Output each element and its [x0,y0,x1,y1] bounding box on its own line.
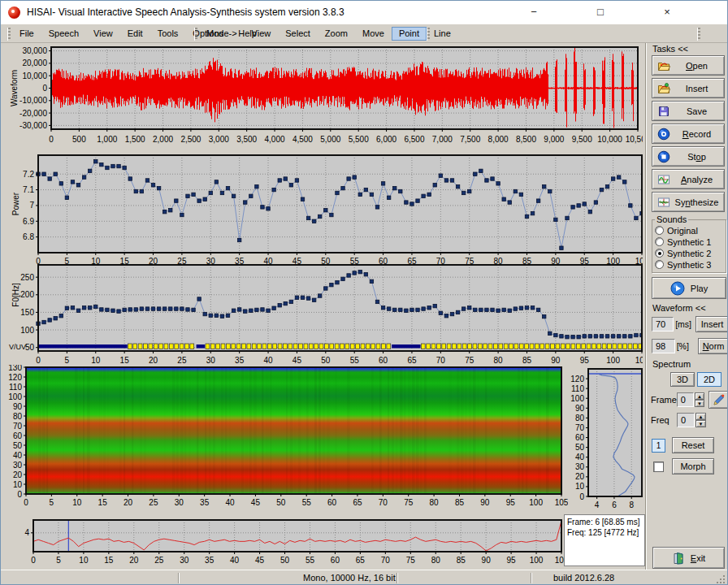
svg-text:30: 30 [206,356,216,365]
synthesize-button[interactable]: Synthesize [652,192,725,212]
play-button[interactable]: Play [652,277,726,299]
synthesize-icon [657,196,670,209]
svg-text:80: 80 [575,414,585,422]
mode-move[interactable]: Move [355,27,392,41]
radio-original[interactable]: Original [655,225,724,236]
svg-text:60: 60 [575,433,585,442]
spectrum-2d-button[interactable]: 2D [697,372,722,387]
svg-text:30: 30 [13,461,23,470]
svg-text:50: 50 [321,356,331,365]
svg-text:55: 55 [302,498,312,507]
stop-button[interactable]: Stop [652,146,725,167]
mode-menu[interactable]: Mode-> [199,27,245,41]
waveform-insert-button[interactable]: Insert [696,316,728,332]
svg-text:40: 40 [230,556,240,565]
svg-text:10: 10 [13,480,23,489]
toolbar: File Speech View Edit Tools Options Help… [1,24,727,43]
menu-speech[interactable]: Speech [41,27,86,41]
spin-up-icon[interactable]: ▲ [695,392,704,400]
svg-text:2,500: 2,500 [180,135,201,144]
spectrum-header: Spectrum [652,359,728,369]
radio-original-label: Original [667,226,698,236]
exit-button[interactable]: Exit [652,547,725,569]
svg-text:60: 60 [379,356,388,365]
svg-text:150: 150 [20,308,34,317]
power-plot[interactable]: 0510152025303540455055606570758085909510… [7,152,643,264]
menu-view[interactable]: View [86,27,120,41]
svg-text:25: 25 [149,498,158,507]
mode-select[interactable]: Select [278,27,318,41]
record-button[interactable]: Record [652,124,725,144]
svg-text:100: 100 [606,356,620,365]
spectrum-profile-plot[interactable]: 4680102030405060708090100110120 [566,365,648,513]
radio-synthetic-3[interactable]: Synthetic 3 [655,259,724,270]
app-icon [8,6,20,19]
toolbar-gripper[interactable] [427,28,430,41]
analyze-label: Analyze [673,175,721,184]
frame-spin-input[interactable]: 0 [677,392,694,407]
svg-text:20: 20 [13,470,23,479]
svg-text:5: 5 [56,556,61,565]
analyze-icon [657,173,670,186]
f0-vuv-plot[interactable]: 0510152025303540455055606570758085909510… [7,262,643,365]
mode-view[interactable]: View [245,27,279,41]
morph-checkbox[interactable] [653,462,664,472]
svg-text:85: 85 [457,556,466,565]
exit-label: Exit [691,553,705,563]
save-button[interactable]: Save [652,101,725,121]
svg-text:5: 5 [65,356,70,365]
toolbar-gripper[interactable] [7,28,11,41]
folder-open-icon [657,59,670,72]
svg-text:0: 0 [49,135,54,144]
residual-plot[interactable]: 0510152025303540455055606570758085909510… [7,509,568,570]
open-button[interactable]: Open [652,55,725,76]
tasks-header[interactable]: Tasks << [652,44,728,54]
freq-spin-input[interactable]: 0 [677,413,695,427]
waveform-plot[interactable]: 05001,0001,5002,0002,5003,0003,5004,0004… [7,43,643,154]
maximize-button[interactable]: □ [583,1,618,24]
svg-text:0: 0 [17,490,22,499]
resize-grip[interactable] [716,574,726,584]
minimize-button[interactable]: − [516,1,552,24]
reset-index-toggle[interactable]: 1 [652,439,665,453]
toolbar-gripper[interactable] [697,28,700,41]
toolbar-gripper[interactable] [194,28,197,41]
folder-insert-icon [657,82,670,95]
svg-text:100: 100 [529,498,543,507]
spin-up-icon[interactable]: ▲ [696,413,706,420]
titlebar: HISAI- Visual Interactive Speech Analysi… [1,1,727,24]
spin-down-icon[interactable]: ▼ [696,420,706,427]
analyze-button[interactable]: Analyze [652,169,725,189]
spectrogram-plot[interactable]: 0510152025303540455055606570758085909510… [7,365,568,508]
svg-text:50: 50 [575,443,585,452]
svg-text:20: 20 [149,356,158,365]
mode-bar: Mode-> View Select Zoom Move Point Line [199,27,458,41]
svg-text:6,500: 6,500 [404,135,424,144]
mode-point[interactable]: Point [392,27,427,41]
svg-text:20: 20 [129,556,139,565]
radio-synthetic-1[interactable]: Synthetic 1 [655,236,724,247]
svg-text:25: 25 [154,556,164,565]
morph-button[interactable]: Morph [672,458,714,474]
window-ms-input[interactable]: 70 [652,317,674,332]
menu-edit[interactable]: Edit [120,27,150,41]
spin-down-icon[interactable]: ▼ [695,400,704,407]
menu-file[interactable]: File [12,27,41,41]
svg-text:4: 4 [24,528,29,537]
svg-text:6.9: 6.9 [23,217,34,226]
mode-line[interactable]: Line [427,27,458,41]
spectrum-3d-button[interactable]: 3D [670,372,695,387]
norm-button[interactable]: Norm [698,338,728,354]
menu-tools[interactable]: Tools [150,27,186,41]
mode-zoom[interactable]: Zoom [318,27,355,41]
norm-percent-input[interactable]: 98 [652,339,675,353]
close-button[interactable]: × [649,1,685,24]
frame-spinner: ▲ ▼ [695,392,704,407]
reset-button[interactable]: Reset [672,437,714,453]
edit-spectrum-button[interactable] [708,391,728,409]
svg-text:4,000: 4,000 [265,135,285,144]
radio-synthetic-2[interactable]: Synthetic 2 [655,248,724,258]
waveform-panel-header[interactable]: Waveform << [652,303,728,313]
svg-text:75: 75 [465,356,474,365]
insert-button[interactable]: Insert [652,78,725,98]
